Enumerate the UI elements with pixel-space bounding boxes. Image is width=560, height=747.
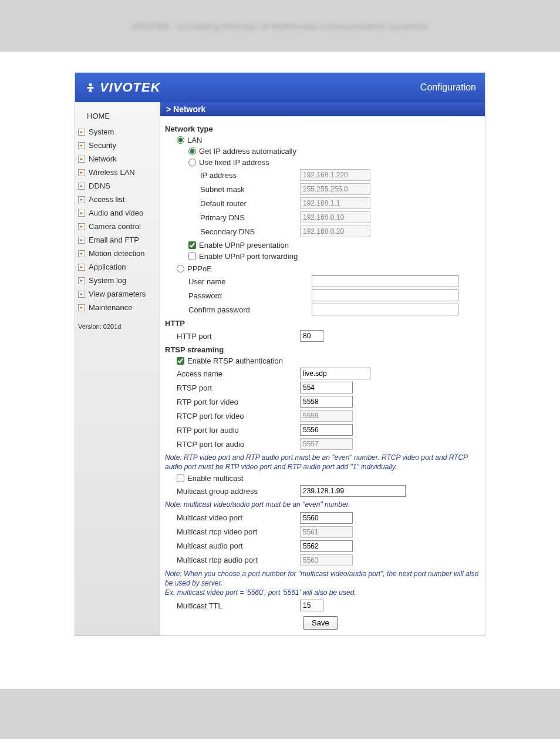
nav-label: Network — [89, 154, 117, 163]
nav-motion-detection[interactable]: ▸Motion detection — [75, 247, 160, 260]
nav-view-parameters[interactable]: ▸View parameters — [75, 287, 160, 301]
nav-system[interactable]: ▸System — [75, 125, 160, 139]
arrow-icon: ▸ — [78, 196, 85, 203]
password-label: Password — [188, 291, 312, 300]
app-header: VIVOTEK Configuration — [75, 73, 485, 102]
svg-rect-1 — [87, 87, 94, 89]
nav-ddns[interactable]: ▸DDNS — [75, 179, 160, 193]
access-name-input[interactable] — [300, 368, 370, 379]
router-input[interactable] — [300, 197, 370, 209]
arrow-icon: ▸ — [78, 250, 85, 257]
section-bar: > Network — [160, 102, 485, 116]
nav-email-ftp[interactable]: ▸Email and FTP — [75, 233, 160, 247]
http-title: HTTP — [165, 319, 480, 328]
nav-network[interactable]: ▸Network — [75, 152, 160, 166]
logo-icon — [84, 81, 97, 94]
logo-text: VIVOTEK — [100, 80, 161, 95]
arrow-icon: ▸ — [78, 291, 85, 298]
arrow-icon: ▸ — [78, 237, 85, 244]
ip-input[interactable] — [300, 169, 370, 181]
nav-audio-video[interactable]: ▸Audio and video — [75, 206, 160, 220]
sdns-input[interactable] — [300, 226, 370, 237]
nav-label: Email and FTP — [89, 235, 139, 244]
nav-maintenance[interactable]: ▸Maintenance — [75, 301, 160, 314]
nav-label: DDNS — [89, 181, 110, 190]
mgroup-input[interactable] — [300, 485, 406, 497]
rtp-audio-input[interactable] — [300, 424, 353, 436]
nav-label: System log — [89, 276, 126, 285]
mvp-input[interactable] — [300, 512, 353, 524]
subnet-input[interactable] — [300, 183, 370, 195]
mrvp-label: Multicast rtcp video port — [177, 527, 300, 536]
nav-access-list[interactable]: ▸Access list — [75, 193, 160, 206]
username-label: User name — [188, 277, 312, 286]
confirm-password-label: Confirm password — [188, 305, 312, 314]
app-container: VIVOTEK Configuration HOME ▸System ▸Secu… — [75, 72, 485, 636]
version-text: Version: 0201d — [75, 314, 160, 333]
upnp-pres-checkbox[interactable] — [188, 241, 196, 249]
mgroup-label: Multicast group address — [177, 487, 300, 496]
content-area: > Network Network type LAN Get IP addres… — [160, 102, 485, 635]
pdns-label: Primary DNS — [200, 213, 300, 222]
rtp-video-input[interactable] — [300, 396, 353, 408]
rtcp-video-label: RTCP port for video — [177, 412, 300, 420]
nav-security[interactable]: ▸Security — [75, 139, 160, 152]
fixed-radio-row: Use fixed IP address — [188, 158, 480, 167]
arrow-icon: ▸ — [78, 210, 85, 217]
subnet-label: Subnet mask — [200, 185, 300, 194]
nav-home[interactable]: HOME — [75, 108, 160, 125]
logo: VIVOTEK — [84, 80, 161, 95]
pppoe-radio[interactable] — [177, 265, 184, 272]
doc-header-bar: VIVOTEK - A Leading Provider of Multimed… — [0, 0, 560, 52]
mrvp-input[interactable] — [300, 526, 353, 538]
router-label: Default router — [200, 199, 300, 208]
lan-radio[interactable] — [177, 136, 184, 144]
sidebar: HOME ▸System ▸Security ▸Network ▸Wireles… — [75, 102, 160, 635]
upnp-pres-label: Enable UPnP presentation — [199, 241, 289, 250]
nav-label: Wireless LAN — [89, 168, 135, 177]
rtsp-auth-checkbox[interactable] — [177, 357, 184, 365]
config-label: Configuration — [420, 82, 476, 93]
rtcp-audio-label: RTCP port for audio — [177, 440, 300, 449]
nav-label: View parameters — [89, 290, 146, 298]
rtcp-audio-input[interactable] — [300, 438, 353, 450]
multicast-checkbox[interactable] — [177, 475, 184, 482]
save-button[interactable]: Save — [303, 616, 338, 630]
fixed-ip-label: Use fixed IP address — [199, 158, 269, 167]
arrow-icon: ▸ — [78, 169, 85, 176]
http-port-input[interactable] — [300, 330, 323, 342]
note-multicast-next: Note: When you choose a port number for … — [165, 569, 480, 598]
username-input[interactable] — [312, 275, 458, 287]
sdns-label: Secondary DNS — [200, 227, 300, 236]
nav-application[interactable]: ▸Application — [75, 260, 160, 274]
password-input[interactable] — [312, 290, 458, 301]
mrap-input[interactable] — [300, 554, 353, 566]
pppoe-label: PPPoE — [187, 264, 212, 273]
svg-point-0 — [89, 83, 92, 87]
nav-label: System — [89, 127, 114, 136]
arrow-icon: ▸ — [78, 156, 85, 163]
upnp-port-checkbox[interactable] — [188, 253, 196, 260]
nav-camera-control[interactable]: ▸Camera control — [75, 220, 160, 233]
map-input[interactable] — [300, 540, 353, 552]
confirm-password-input[interactable] — [312, 304, 458, 315]
nav-wireless-lan[interactable]: ▸Wireless LAN — [75, 166, 160, 179]
nav-system-log[interactable]: ▸System log — [75, 274, 160, 287]
ttl-label: Multicast TTL — [177, 601, 300, 610]
pdns-input[interactable] — [300, 211, 370, 223]
nav-label: Camera control — [89, 222, 141, 231]
arrow-icon: ▸ — [78, 223, 85, 230]
rtsp-auth-label: Enable RTSP authentication — [187, 356, 283, 365]
http-port-label: HTTP port — [177, 332, 300, 341]
arrow-icon: ▸ — [78, 277, 85, 284]
lan-radio-row: LAN — [177, 136, 480, 144]
mvp-label: Multicast video port — [177, 513, 300, 522]
rtp-video-label: RTP port for video — [177, 398, 300, 406]
rtcp-video-input[interactable] — [300, 410, 353, 422]
rtsp-port-input[interactable] — [300, 382, 353, 393]
ttl-input[interactable] — [300, 600, 323, 611]
fixed-ip-radio[interactable] — [188, 159, 196, 166]
arrow-icon: ▸ — [78, 142, 85, 149]
auto-ip-radio[interactable] — [188, 147, 196, 155]
auto-radio-row: Get IP address automatically — [188, 147, 480, 156]
